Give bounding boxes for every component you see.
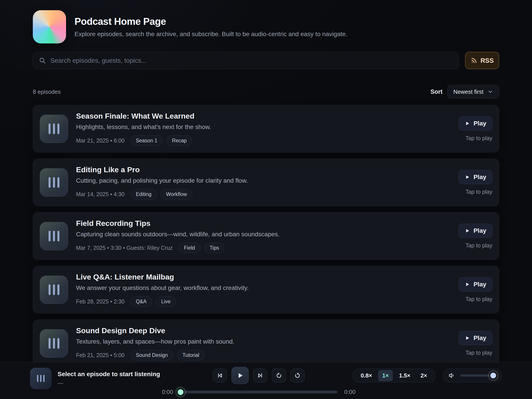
rss-icon	[471, 57, 477, 64]
sort-value: Newest first	[453, 89, 483, 95]
episode-count: 8 episodes	[33, 89, 61, 95]
play-button[interactable]: Play	[459, 170, 492, 184]
volume-slider[interactable]	[460, 374, 496, 377]
sort-label: Sort	[431, 89, 443, 95]
episode-tag: Live	[156, 296, 176, 307]
episode-tag: Tutorial	[177, 350, 205, 361]
player-right-controls: 0.8× 1× 1.5× 2×	[353, 369, 502, 382]
episode-artwork	[40, 115, 68, 143]
episode-card[interactable]: Live Q&A: Listener Mailbag We answer you…	[33, 266, 499, 313]
play-button[interactable]: Play	[459, 224, 492, 238]
play-hint: Tap to play	[459, 349, 492, 356]
equalizer-icon	[49, 284, 51, 295]
search-row: RSS	[33, 52, 499, 69]
equalizer-icon	[49, 123, 51, 134]
speaker-icon[interactable]	[449, 372, 456, 379]
play-icon	[465, 121, 470, 126]
volume-handle[interactable]	[489, 372, 497, 380]
skip-forward-icon	[257, 372, 264, 379]
episode-meta: Mar 7, 2025 • 3:30 • Guests: Riley Cruz	[76, 245, 173, 251]
episode-meta: Feb 28, 2025 • 2:30	[76, 298, 125, 305]
episode-meta: Mar 21, 2025 • 6:00	[76, 137, 125, 144]
search-bar[interactable]	[33, 52, 459, 69]
seek-slider[interactable]	[180, 391, 338, 393]
now-playing: Select an episode to start listening —	[30, 368, 160, 389]
speed-1-5x[interactable]: 1.5×	[395, 370, 414, 381]
equalizer-icon	[49, 177, 51, 188]
transport-controls	[213, 367, 304, 384]
episode-tag: Q&A	[130, 296, 152, 307]
equalizer-icon	[49, 338, 51, 349]
episode-artwork	[40, 222, 68, 250]
speed-0-8x[interactable]: 0.8×	[357, 370, 376, 381]
speed-1x[interactable]: 1×	[378, 370, 393, 381]
episode-title: Live Q&A: Listener Mailbag	[76, 273, 451, 281]
episode-card[interactable]: Season Finale: What We Learned Highlight…	[33, 105, 499, 152]
episode-tag: Season 1	[130, 135, 163, 146]
episode-description: Highlights, lessons, and what's next for…	[76, 123, 451, 131]
play-button[interactable]: Play	[459, 116, 492, 131]
play-hint: Tap to play	[459, 296, 492, 302]
fast-forward-button[interactable]	[290, 368, 304, 383]
episode-description: Capturing clean sounds outdoors—wind, wi…	[76, 231, 451, 238]
play-icon	[465, 335, 470, 341]
volume-control	[443, 369, 502, 382]
player-artwork	[30, 368, 51, 389]
current-time: 0:00	[159, 389, 173, 395]
player-title: Select an episode to start listening	[58, 371, 160, 378]
episode-tag: Sound Design	[130, 350, 174, 361]
play-icon	[465, 282, 470, 287]
total-time: 0:00	[344, 389, 358, 395]
seek-handle[interactable]	[177, 388, 185, 396]
previous-button[interactable]	[213, 368, 227, 383]
episode-artwork	[40, 168, 68, 197]
page-subtitle: Explore episodes, search the archive, an…	[75, 31, 347, 38]
equalizer-icon	[37, 375, 38, 382]
episode-tag: Workflow	[160, 189, 192, 200]
app-logo	[33, 10, 66, 44]
rss-label: RSS	[481, 57, 494, 64]
chevron-down-icon	[488, 89, 493, 95]
player-play-button[interactable]	[231, 367, 249, 384]
play-icon	[465, 174, 470, 180]
rss-button[interactable]: RSS	[465, 52, 499, 69]
list-header: 8 episodes Sort Newest first	[33, 85, 499, 98]
episode-card[interactable]: Editing Like a Pro Cutting, pacing, and …	[33, 159, 499, 206]
play-button[interactable]: Play	[459, 277, 492, 291]
episode-tag: Field	[178, 243, 201, 253]
episode-description: Textures, layers, and spaces—how pros pa…	[76, 338, 451, 345]
rewind-icon	[276, 372, 282, 379]
speed-2x[interactable]: 2×	[417, 370, 431, 381]
skip-back-icon	[216, 372, 223, 379]
sort-dropdown[interactable]: Newest first	[447, 85, 499, 98]
play-hint: Tap to play	[459, 135, 492, 141]
episode-tag: Tips	[204, 243, 225, 253]
rewind-button[interactable]	[272, 368, 286, 383]
episode-title: Editing Like a Pro	[76, 165, 451, 174]
next-button[interactable]	[253, 368, 267, 383]
equalizer-icon	[49, 231, 51, 241]
play-icon	[236, 372, 244, 379]
episode-card[interactable]: Field Recording Tips Capturing clean sou…	[33, 212, 499, 260]
play-icon	[465, 228, 470, 234]
episode-card[interactable]: Sound Design Deep Dive Textures, layers,…	[33, 320, 499, 367]
seek-row: 0:00 0:00	[159, 389, 358, 395]
player-subtitle: —	[58, 380, 160, 386]
episode-meta: Mar 14, 2025 • 4:30	[76, 191, 125, 197]
episode-list: Season Finale: What We Learned Highlight…	[33, 105, 499, 367]
page-header: Podcast Home Page Explore episodes, sear…	[33, 10, 499, 44]
episode-title: Season Finale: What We Learned	[76, 112, 451, 120]
episode-tag: Editing	[130, 189, 157, 200]
fast-forward-icon	[294, 372, 301, 379]
play-hint: Tap to play	[459, 189, 492, 195]
play-button[interactable]: Play	[459, 331, 492, 345]
episode-title: Sound Design Deep Dive	[76, 326, 451, 335]
episode-meta: Feb 21, 2025 • 5:00	[76, 352, 125, 358]
episode-description: Cutting, pacing, and polishing your epis…	[76, 177, 451, 184]
main-content: Podcast Home Page Explore episodes, sear…	[33, 0, 499, 367]
episode-title: Field Recording Tips	[76, 219, 451, 228]
search-input[interactable]	[50, 57, 453, 64]
page-title: Podcast Home Page	[75, 16, 347, 27]
player-bar: Select an episode to start listening —	[0, 362, 532, 399]
play-hint: Tap to play	[459, 242, 492, 249]
